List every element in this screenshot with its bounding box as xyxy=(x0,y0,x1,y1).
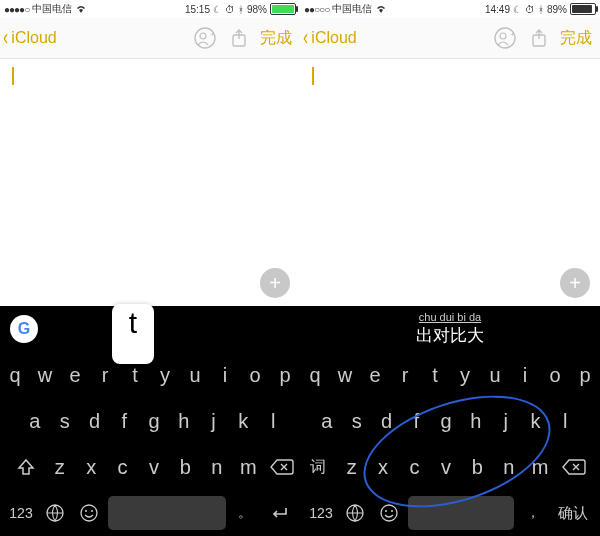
key-g[interactable]: g xyxy=(431,410,461,433)
key-n[interactable]: n xyxy=(493,456,524,479)
wifi-icon xyxy=(75,4,87,14)
add-attachment-button[interactable]: + xyxy=(560,268,590,298)
key-m[interactable]: m xyxy=(233,456,264,479)
numbers-key[interactable]: 123 xyxy=(306,495,336,531)
key-u[interactable]: u xyxy=(180,364,210,387)
key-s[interactable]: s xyxy=(342,410,372,433)
bottom-row-right: 123 ， 确认 xyxy=(300,490,600,536)
backspace-icon[interactable] xyxy=(556,450,592,484)
done-button[interactable]: 完成 xyxy=(560,28,592,49)
svg-text:+: + xyxy=(210,30,215,39)
carrier-label: 中国电信 xyxy=(332,2,372,16)
key-row-2: asdfghjklasdfghjkl xyxy=(0,398,600,444)
note-content[interactable]: + xyxy=(0,59,300,306)
key-e[interactable]: e xyxy=(60,364,90,387)
emoji-icon[interactable] xyxy=(374,495,404,531)
key-z[interactable]: z xyxy=(336,456,367,479)
key-q[interactable]: q xyxy=(300,364,330,387)
key-y[interactable]: y xyxy=(450,364,480,387)
key-row-1: qwertyuiopqwertyuiop xyxy=(0,352,600,398)
key-d[interactable]: d xyxy=(372,410,402,433)
done-button[interactable]: 完成 xyxy=(260,28,292,49)
nav-bar: ‹ iCloud + 完成 xyxy=(300,18,600,59)
key-r[interactable]: r xyxy=(390,364,420,387)
key-p[interactable]: p xyxy=(270,364,300,387)
svg-point-14 xyxy=(385,510,387,512)
enter-icon[interactable] xyxy=(264,495,294,531)
space-key[interactable] xyxy=(408,496,514,530)
back-label: iCloud xyxy=(311,29,356,47)
share-icon[interactable] xyxy=(526,25,552,51)
key-q[interactable]: q xyxy=(0,364,30,387)
shift-icon[interactable] xyxy=(8,450,44,484)
key-o[interactable]: o xyxy=(240,364,270,387)
battery-pct: 89% xyxy=(547,4,567,15)
key-v[interactable]: v xyxy=(138,456,169,479)
key-b[interactable]: b xyxy=(170,456,201,479)
add-person-icon[interactable]: + xyxy=(492,25,518,51)
confirm-key[interactable]: 确认 xyxy=(552,495,594,531)
add-attachment-button[interactable]: + xyxy=(260,268,290,298)
bottom-row-left: 123 。 xyxy=(0,490,300,536)
word-key[interactable]: 词 xyxy=(300,450,336,484)
key-t[interactable]: t xyxy=(420,364,450,387)
key-v[interactable]: v xyxy=(430,456,461,479)
key-y[interactable]: y xyxy=(150,364,180,387)
globe-icon[interactable] xyxy=(40,495,70,531)
key-u[interactable]: u xyxy=(480,364,510,387)
key-j[interactable]: j xyxy=(199,410,229,433)
key-f[interactable]: f xyxy=(109,410,139,433)
key-i[interactable]: i xyxy=(510,364,540,387)
key-b[interactable]: b xyxy=(462,456,493,479)
key-row-3: zxcvbnm词zxcvbnm xyxy=(0,444,600,490)
note-content[interactable]: + xyxy=(300,59,600,306)
key-i[interactable]: i xyxy=(210,364,240,387)
time-label: 14:49 xyxy=(485,4,510,15)
add-person-icon[interactable]: + xyxy=(192,25,218,51)
key-w[interactable]: w xyxy=(330,364,360,387)
key-w[interactable]: w xyxy=(30,364,60,387)
svg-point-11 xyxy=(91,510,93,512)
candidate-bar[interactable]: chu dui bi da 出对比大 xyxy=(300,306,600,352)
key-c[interactable]: c xyxy=(399,456,430,479)
key-l[interactable]: l xyxy=(550,410,580,433)
key-n[interactable]: n xyxy=(201,456,232,479)
chevron-left-icon: ‹ xyxy=(303,27,308,49)
battery-pct: 98% xyxy=(247,4,267,15)
key-l[interactable]: l xyxy=(258,410,288,433)
key-h[interactable]: h xyxy=(461,410,491,433)
back-button[interactable]: ‹ iCloud xyxy=(300,27,357,49)
back-button[interactable]: ‹ iCloud xyxy=(0,27,57,49)
google-icon[interactable]: G xyxy=(10,315,38,343)
bluetooth-icon: ᚼ xyxy=(538,4,544,15)
key-a[interactable]: a xyxy=(20,410,50,433)
emoji-icon[interactable] xyxy=(74,495,104,531)
key-g[interactable]: g xyxy=(139,410,169,433)
key-o[interactable]: o xyxy=(540,364,570,387)
key-c[interactable]: c xyxy=(107,456,138,479)
key-a[interactable]: a xyxy=(312,410,342,433)
key-f[interactable]: f xyxy=(401,410,431,433)
chevron-left-icon: ‹ xyxy=(3,27,8,49)
key-x[interactable]: x xyxy=(367,456,398,479)
globe-icon[interactable] xyxy=(340,495,370,531)
key-h[interactable]: h xyxy=(169,410,199,433)
key-s[interactable]: s xyxy=(50,410,80,433)
share-icon[interactable] xyxy=(226,25,252,51)
key-d[interactable]: d xyxy=(80,410,110,433)
key-e[interactable]: e xyxy=(360,364,390,387)
space-key[interactable] xyxy=(108,496,226,530)
backspace-icon[interactable] xyxy=(264,450,300,484)
numbers-key[interactable]: 123 xyxy=(6,495,36,531)
key-j[interactable]: j xyxy=(491,410,521,433)
period-key[interactable]: 。 xyxy=(230,495,260,531)
key-k[interactable]: k xyxy=(228,410,258,433)
comma-key[interactable]: ， xyxy=(518,495,548,531)
key-r[interactable]: r xyxy=(90,364,120,387)
key-z[interactable]: z xyxy=(44,456,75,479)
key-k[interactable]: k xyxy=(521,410,551,433)
key-p[interactable]: p xyxy=(570,364,600,387)
key-t[interactable]: t xyxy=(120,364,150,387)
key-x[interactable]: x xyxy=(75,456,106,479)
key-m[interactable]: m xyxy=(524,456,555,479)
